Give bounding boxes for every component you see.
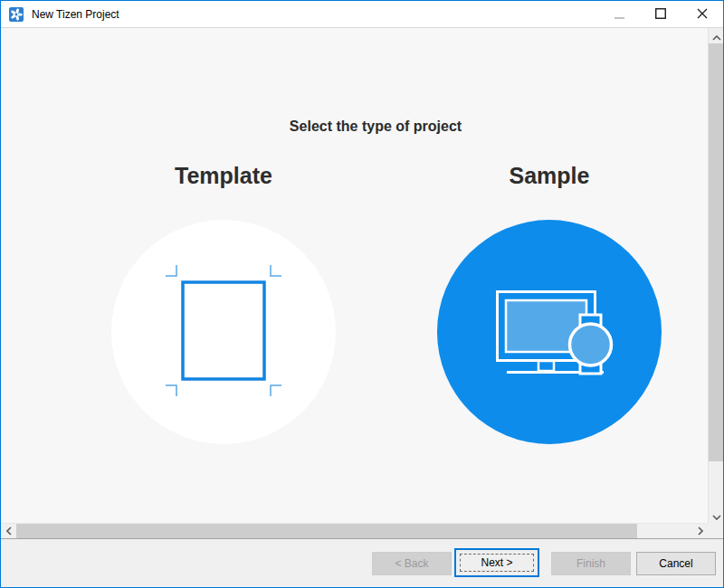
scroll-up-button[interactable]: [709, 28, 724, 43]
close-icon: [697, 6, 708, 23]
scrollbar-corner: [708, 523, 724, 538]
new-tizen-project-window: New Tizen Project Select the type of pro…: [0, 0, 724, 588]
vertical-scrollbar[interactable]: [708, 28, 724, 523]
next-button-focus-ring: Next >: [454, 548, 539, 577]
template-placeholder-icon: [160, 260, 287, 405]
finish-button[interactable]: Finish: [551, 552, 631, 575]
wizard-page: Select the type of project Template Samp…: [1, 28, 708, 523]
page-heading: Select the type of project: [290, 119, 462, 135]
vertical-scrollbar-thumb[interactable]: [709, 43, 724, 461]
sample-option[interactable]: [437, 220, 662, 444]
maximize-icon: [655, 6, 666, 23]
next-button[interactable]: Next >: [457, 551, 537, 574]
back-button[interactable]: < Back: [372, 552, 452, 575]
sample-option-label: Sample: [437, 163, 662, 189]
window-controls: [598, 1, 723, 27]
close-button[interactable]: [681, 1, 723, 27]
chevron-up-icon: [712, 28, 721, 44]
chevron-down-icon: [712, 507, 721, 524]
scroll-right-button[interactable]: [692, 524, 708, 538]
tv-and-watch-icon: [496, 290, 614, 381]
scroll-left-button[interactable]: [1, 524, 16, 538]
button-bar: < Back Next > Finish Cancel: [1, 539, 723, 587]
minimize-button[interactable]: [598, 1, 640, 27]
minimize-icon: [614, 6, 624, 23]
horizontal-scrollbar[interactable]: [1, 523, 708, 538]
window-title: New Tizen Project: [32, 8, 119, 21]
maximize-button[interactable]: [640, 1, 681, 27]
cancel-button[interactable]: Cancel: [636, 552, 716, 575]
template-option[interactable]: [111, 220, 336, 444]
template-option-label: Template: [111, 163, 336, 189]
horizontal-scrollbar-thumb[interactable]: [16, 524, 637, 538]
chevron-right-icon: [698, 523, 703, 539]
tizen-logo-icon: [9, 7, 24, 22]
titlebar[interactable]: New Tizen Project: [1, 1, 723, 28]
scroll-down-button[interactable]: [709, 507, 724, 523]
chevron-left-icon: [6, 523, 12, 539]
